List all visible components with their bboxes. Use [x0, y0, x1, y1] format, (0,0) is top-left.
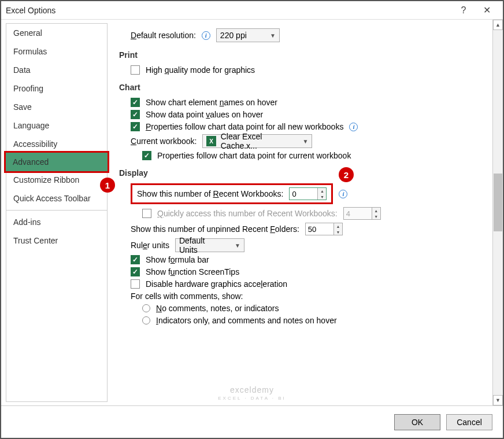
current-workbook-row: Current workbook: X Clear Excel Cache.x.… — [131, 134, 494, 148]
sidebar-item-save[interactable]: Save — [6, 98, 107, 116]
spin-up[interactable]: ▲ — [318, 188, 326, 194]
chevron-down-icon: ▼ — [270, 32, 276, 39]
help-button[interactable]: ? — [452, 3, 475, 17]
comments-heading-row: For cells with comments, show: — [131, 292, 494, 301]
default-resolution-label: Default resolution: — [131, 31, 196, 40]
quick-access-checkbox[interactable] — [142, 209, 151, 218]
chart-hover-values-row: ✓ Show data point values on hover — [131, 110, 494, 119]
formula-bar-label: Show formula bar — [146, 255, 209, 264]
sidebar-item-trust-center[interactable]: Trust Center — [6, 231, 107, 250]
comments-heading: For cells with comments, show: — [131, 292, 243, 301]
info-icon[interactable]: i — [349, 123, 358, 131]
section-print: Print — [119, 50, 494, 60]
info-icon[interactable]: i — [339, 190, 347, 198]
dialog-body: General Formulas Data Proofing Save Lang… — [1, 20, 503, 405]
chart-hover-values-label: Show data point values on hover — [146, 110, 263, 119]
high-quality-label: High quality mode for graphics — [146, 65, 255, 75]
scroll-down-arrow[interactable]: ▼ — [493, 395, 503, 405]
section-display: Display — [119, 168, 494, 178]
excel-options-dialog: Excel Options ? ✕ General Formulas Data … — [0, 0, 504, 439]
chart-props-current-label: Properties follow chart data point for c… — [157, 151, 351, 160]
chart-hover-names-row: ✓ Show chart element names on hover — [131, 98, 494, 107]
sidebar-item-language[interactable]: Language — [6, 116, 107, 135]
dialog-footer: OK Cancel — [1, 405, 503, 438]
chevron-down-icon: ▼ — [235, 242, 240, 249]
sidebar-separator — [6, 210, 107, 211]
recent-workbooks-callout: Show this number of Recent Workbooks: ▲▼ — [131, 183, 333, 204]
options-sidebar: General Formulas Data Proofing Save Lang… — [6, 23, 108, 402]
current-workbook-label: Current workbook: — [131, 137, 197, 146]
spin-down[interactable]: ▼ — [334, 229, 342, 235]
default-resolution-dropdown[interactable]: 220 ppi ▼ — [216, 28, 280, 42]
sidebar-item-data[interactable]: Data — [6, 61, 107, 79]
scroll-thumb[interactable] — [494, 174, 502, 231]
default-resolution-value: 220 ppi — [220, 31, 247, 40]
current-workbook-value: Clear Excel Cache.x... — [221, 132, 294, 150]
comments-none-radio[interactable] — [142, 304, 150, 312]
default-resolution-row: Default resolution: i 220 ppi ▼ — [131, 28, 494, 42]
scroll-up-arrow[interactable]: ▲ — [493, 20, 503, 30]
chevron-down-icon: ▼ — [303, 138, 309, 145]
watermark-main: exceldemy — [230, 385, 274, 394]
recent-workbooks-spinner[interactable]: ▲▼ — [289, 187, 327, 200]
quick-access-input — [344, 208, 372, 219]
disable-hw-checkbox[interactable] — [131, 279, 140, 289]
chart-hover-names-label: Show chart element names on hover — [146, 98, 277, 107]
spin-down[interactable]: ▼ — [318, 194, 326, 200]
comments-none-label: No comments, notes, or indicators — [156, 304, 279, 313]
ruler-units-label: Ruler units — [131, 241, 169, 250]
section-chart: Chart — [119, 83, 494, 92]
callout-badge-2: 2 — [339, 167, 354, 182]
scroll-track[interactable] — [493, 30, 503, 395]
comments-none-row: No comments, notes, or indicators — [142, 304, 494, 313]
comments-ind-row: Indicators only, and comments and notes … — [142, 316, 494, 325]
options-content: Default resolution: i 220 ppi ▼ Print Hi… — [108, 20, 503, 405]
comments-ind-radio[interactable] — [142, 316, 150, 324]
spin-down: ▼ — [372, 213, 380, 219]
titlebar: Excel Options ? ✕ — [1, 1, 503, 20]
spin-up: ▲ — [372, 208, 380, 213]
screentips-label: Show function ScreenTips — [146, 267, 239, 276]
recent-workbooks-label: Show this number of Recent Workbooks: — [137, 189, 283, 198]
chart-hover-names-checkbox[interactable]: ✓ — [131, 98, 140, 107]
recent-folders-row: Show this number of unpinned Recent Fold… — [131, 223, 494, 235]
ruler-units-row: Ruler units Default Units ▼ — [131, 238, 494, 252]
quick-access-row: Quickly access this number of Recent Wor… — [142, 207, 494, 220]
screentips-checkbox[interactable]: ✓ — [131, 267, 140, 276]
cancel-button[interactable]: Cancel — [446, 414, 492, 430]
sidebar-item-addins[interactable]: Add-ins — [6, 213, 107, 231]
recent-folders-label: Show this number of unpinned Recent Fold… — [131, 224, 299, 234]
current-workbook-dropdown[interactable]: X Clear Excel Cache.x... ▼ — [202, 134, 312, 148]
sidebar-item-advanced[interactable]: Advanced — [4, 151, 109, 173]
close-button[interactable]: ✕ — [475, 3, 498, 17]
content-scrollbar[interactable]: ▲ ▼ — [492, 20, 503, 405]
sidebar-item-qat[interactable]: Quick Access Toolbar — [6, 189, 107, 208]
high-quality-row: High quality mode for graphics — [131, 65, 494, 75]
sidebar-item-customize-ribbon[interactable]: Customize Ribbon — [6, 171, 107, 189]
chart-props-current-checkbox[interactable]: ✓ — [142, 151, 151, 160]
sidebar-item-formulas[interactable]: Formulas — [6, 42, 107, 61]
recent-folders-spinner[interactable]: ▲▼ — [305, 223, 343, 235]
watermark: exceldemy EXCEL · DATA · BI — [218, 383, 286, 401]
spin-up[interactable]: ▲ — [334, 223, 342, 229]
chart-props-new-label: Properties follow chart data point for a… — [146, 122, 343, 131]
disable-hw-label: Disable hardware graphics acceleration — [146, 279, 287, 289]
chart-hover-values-checkbox[interactable]: ✓ — [131, 110, 140, 119]
formula-bar-row: ✓ Show formula bar — [131, 255, 494, 264]
chart-props-new-checkbox[interactable]: ✓ — [131, 122, 140, 131]
quick-access-label: Quickly access this number of Recent Wor… — [157, 209, 338, 218]
ruler-units-value: Default Units — [179, 236, 225, 254]
ok-button[interactable]: OK — [394, 414, 440, 430]
recent-workbooks-input[interactable] — [290, 188, 317, 200]
ruler-units-dropdown[interactable]: Default Units ▼ — [175, 238, 244, 252]
high-quality-checkbox[interactable] — [131, 65, 140, 75]
recent-folders-input[interactable] — [306, 223, 333, 235]
comments-ind-label: Indicators only, and comments and notes … — [156, 316, 337, 325]
formula-bar-checkbox[interactable]: ✓ — [131, 255, 140, 264]
info-icon[interactable]: i — [202, 31, 210, 40]
sidebar-item-proofing[interactable]: Proofing — [6, 79, 107, 98]
quick-access-spinner: ▲▼ — [343, 207, 381, 220]
chart-props-new-row: ✓ Properties follow chart data point for… — [131, 122, 494, 131]
watermark-sub: EXCEL · DATA · BI — [218, 396, 286, 401]
sidebar-item-general[interactable]: General — [6, 24, 107, 42]
